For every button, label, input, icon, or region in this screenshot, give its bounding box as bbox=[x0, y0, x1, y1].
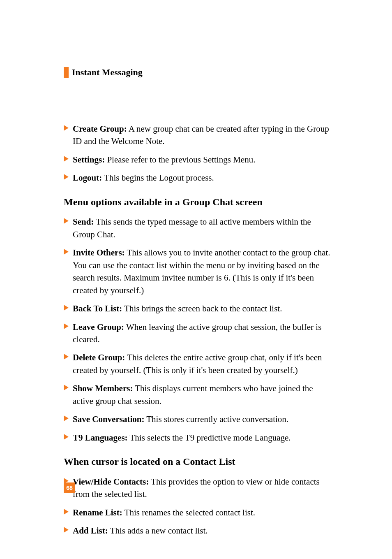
bullet-text: Logout: This begins the Logout process. bbox=[73, 172, 334, 184]
bullet-text: Add List: This adds a new contact list. bbox=[73, 524, 334, 537]
subheading-contact-list: When cursor is located on a Contact List bbox=[64, 455, 334, 469]
bullet-text: Create Group: A new group chat can be cr… bbox=[73, 123, 334, 148]
bullet-list-3: View/Hide Contacts: This provides the op… bbox=[64, 475, 334, 537]
list-item: Create Group: A new group chat can be cr… bbox=[64, 123, 334, 148]
svg-marker-3 bbox=[64, 218, 69, 224]
bullet-desc: This sends the typed message to all acti… bbox=[73, 217, 311, 239]
list-item: Add List: This adds a new contact list. bbox=[64, 524, 334, 537]
bullet-desc: This stores currently active conversatio… bbox=[144, 414, 288, 424]
svg-marker-4 bbox=[64, 249, 69, 255]
bullet-label: Logout: bbox=[73, 173, 102, 183]
svg-marker-12 bbox=[64, 509, 69, 515]
page-number: 68 bbox=[66, 484, 73, 492]
bullet-label: Leave Group: bbox=[73, 322, 124, 332]
bullet-desc: This renames the selected contact list. bbox=[122, 508, 255, 517]
list-item: Delete Group: This deletes the entire ac… bbox=[64, 351, 334, 376]
page-number-badge: 68 bbox=[64, 482, 75, 493]
svg-marker-5 bbox=[64, 305, 69, 311]
bullet-label: Save Conversation: bbox=[73, 414, 144, 424]
list-item: Logout: This begins the Logout process. bbox=[64, 172, 334, 184]
bullet-desc: Please refer to the previous Settings Me… bbox=[105, 155, 255, 165]
list-item: Invite Others: This allows you to invite… bbox=[64, 246, 334, 297]
svg-marker-10 bbox=[64, 434, 69, 440]
bullet-text: T9 Languages: This selects the T9 predic… bbox=[73, 431, 334, 444]
list-item: View/Hide Contacts: This provides the op… bbox=[64, 475, 334, 501]
triangle-right-icon bbox=[64, 323, 69, 329]
triangle-right-icon bbox=[64, 249, 69, 255]
list-item: Settings: Please refer to the previous S… bbox=[64, 153, 334, 166]
bullet-label: Invite Others: bbox=[73, 248, 125, 257]
subheading-group-chat: Menu options available in a Group Chat s… bbox=[64, 195, 334, 209]
bullet-text: Rename List: This renames the selected c… bbox=[73, 506, 334, 519]
list-item: Save Conversation: This stores currently… bbox=[64, 413, 334, 425]
bullet-label: Create Group: bbox=[73, 124, 127, 134]
list-item: Show Members: This displays current memb… bbox=[64, 382, 334, 407]
svg-marker-2 bbox=[64, 174, 69, 180]
bullet-text: Send: This sends the typed message to al… bbox=[73, 216, 334, 241]
triangle-right-icon bbox=[64, 174, 69, 180]
list-item: Leave Group: When leaving the active gro… bbox=[64, 321, 334, 346]
bullet-text: Settings: Please refer to the previous S… bbox=[73, 153, 334, 166]
bullet-list-1: Create Group: A new group chat can be cr… bbox=[64, 123, 334, 184]
triangle-right-icon bbox=[64, 354, 69, 360]
section-title-row: Instant Messaging bbox=[64, 66, 334, 79]
bullet-text: Leave Group: When leaving the active gro… bbox=[73, 321, 334, 346]
bullet-desc: This begins the Logout process. bbox=[102, 173, 214, 183]
svg-marker-6 bbox=[64, 323, 69, 329]
triangle-right-icon bbox=[64, 415, 69, 421]
bullet-text: Back To List: This brings the screen bac… bbox=[73, 302, 334, 315]
bullet-text: Invite Others: This allows you to invite… bbox=[73, 246, 334, 297]
list-item: T9 Languages: This selects the T9 predic… bbox=[64, 431, 334, 444]
svg-marker-9 bbox=[64, 415, 69, 421]
page-container: Instant Messaging Create Group: A new gr… bbox=[0, 0, 392, 559]
bullet-label: Delete Group: bbox=[73, 353, 125, 362]
svg-marker-0 bbox=[64, 125, 69, 131]
section-title: Instant Messaging bbox=[72, 66, 143, 79]
triangle-right-icon bbox=[64, 305, 69, 311]
triangle-right-icon bbox=[64, 385, 69, 390]
bullet-desc: This adds a new contact list. bbox=[108, 526, 208, 536]
bullet-label: Show Members: bbox=[73, 383, 133, 393]
bullet-desc: This brings the screen back to the conta… bbox=[122, 304, 282, 313]
bullet-label: Back To List: bbox=[73, 304, 122, 313]
bullet-label: Add List: bbox=[73, 526, 108, 536]
bullet-text: Delete Group: This deletes the entire ac… bbox=[73, 351, 334, 376]
bullet-text: Save Conversation: This stores currently… bbox=[73, 413, 334, 425]
triangle-right-icon bbox=[64, 218, 69, 224]
svg-marker-1 bbox=[64, 156, 69, 162]
svg-marker-7 bbox=[64, 354, 69, 360]
list-item: Send: This sends the typed message to al… bbox=[64, 216, 334, 241]
triangle-right-icon bbox=[64, 156, 69, 162]
bullet-label: T9 Languages: bbox=[73, 433, 128, 443]
triangle-right-icon bbox=[64, 509, 69, 515]
bullet-desc: This selects the T9 predictive mode Lang… bbox=[128, 433, 291, 443]
bullet-label: View/Hide Contacts: bbox=[73, 477, 149, 487]
triangle-right-icon bbox=[64, 527, 69, 533]
svg-marker-8 bbox=[64, 385, 69, 390]
bullet-label: Send: bbox=[73, 217, 94, 227]
section-title-marker bbox=[64, 67, 69, 78]
list-item: Back To List: This brings the screen bac… bbox=[64, 302, 334, 315]
bullet-text: View/Hide Contacts: This provides the op… bbox=[73, 475, 334, 501]
bullet-label: Rename List: bbox=[73, 508, 122, 517]
bullet-text: Show Members: This displays current memb… bbox=[73, 382, 334, 407]
triangle-right-icon bbox=[64, 125, 69, 131]
bullet-list-2: Send: This sends the typed message to al… bbox=[64, 216, 334, 444]
bullet-label: Settings: bbox=[73, 155, 105, 165]
list-item: Rename List: This renames the selected c… bbox=[64, 506, 334, 519]
svg-marker-13 bbox=[64, 527, 69, 533]
triangle-right-icon bbox=[64, 434, 69, 440]
